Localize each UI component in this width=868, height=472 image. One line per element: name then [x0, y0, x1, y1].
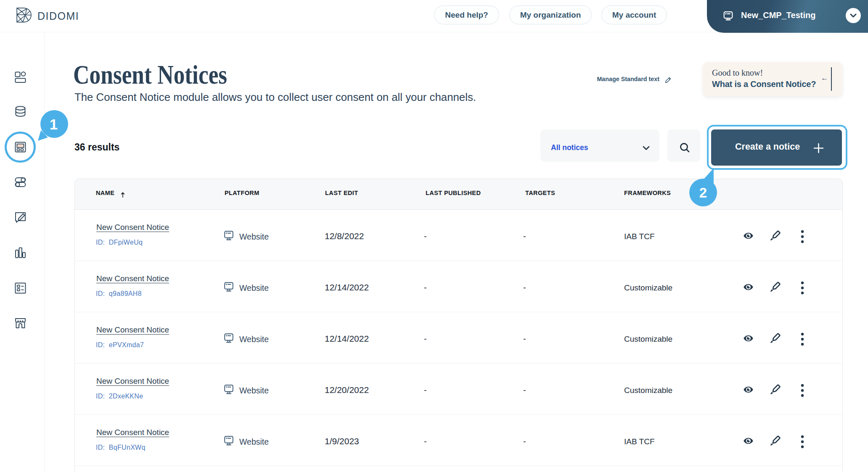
- svg-text:1: 1: [50, 116, 58, 132]
- svg-text:2: 2: [699, 185, 707, 200]
